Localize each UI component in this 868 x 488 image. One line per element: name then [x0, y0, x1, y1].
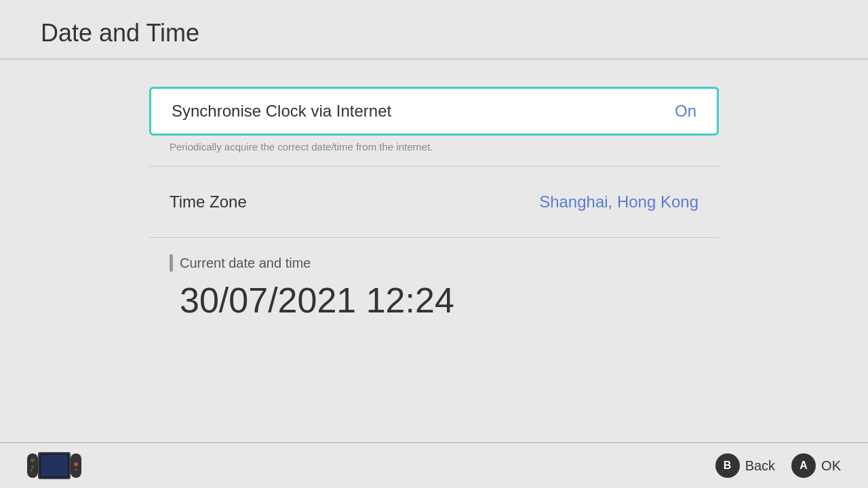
current-date-label-row: Current date and time: [170, 254, 698, 272]
switch-console-icon: [27, 451, 81, 481]
settings-content: Synchronise Clock via Internet On Period…: [0, 60, 868, 334]
divider-1: [149, 166, 719, 167]
section-bar: [170, 254, 173, 272]
page-title: Date and Time: [41, 19, 827, 47]
timezone-row[interactable]: Time Zone Shanghai, Hong Kong: [149, 180, 719, 224]
svg-point-2: [31, 466, 34, 468]
svg-point-8: [74, 462, 78, 466]
back-button-circle: B: [715, 453, 740, 478]
ok-button-group[interactable]: A OK: [791, 453, 841, 478]
svg-point-1: [31, 458, 35, 462]
divider-2: [149, 237, 719, 238]
back-button-label: Back: [745, 458, 775, 474]
footer-right: B Back A OK: [715, 453, 841, 478]
current-datetime-display: 30/07/2021 12:24: [170, 280, 698, 321]
ok-button-label: OK: [821, 458, 841, 474]
svg-point-9: [75, 468, 77, 471]
sync-clock-label: Synchronise Clock via Internet: [172, 102, 391, 121]
footer-left: [27, 451, 81, 481]
ok-button-circle: A: [791, 453, 816, 478]
sync-clock-value: On: [675, 102, 696, 121]
page-header: Date and Time: [0, 0, 868, 60]
current-date-label: Current date and time: [180, 256, 311, 271]
back-button-group[interactable]: B Back: [715, 453, 775, 478]
back-button-letter: B: [724, 460, 732, 472]
ok-button-letter: A: [800, 460, 808, 472]
timezone-value: Shanghai, Hong Kong: [539, 192, 698, 211]
footer: B Back A OK: [0, 442, 868, 488]
svg-rect-4: [31, 469, 32, 472]
svg-rect-10: [41, 455, 68, 476]
sync-clock-description: Periodically acquire the correct date/ti…: [149, 141, 719, 152]
sync-clock-row[interactable]: Synchronise Clock via Internet On: [149, 87, 719, 136]
timezone-label: Time Zone: [170, 192, 247, 211]
current-date-section: Current date and time 30/07/2021 12:24: [149, 254, 719, 321]
